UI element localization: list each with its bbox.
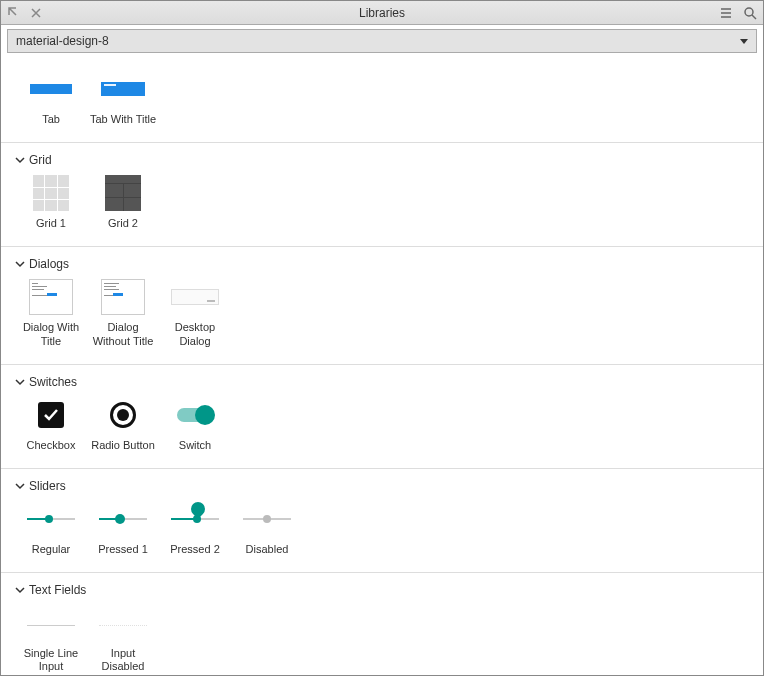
textfield-disabled-thumbnail: [99, 620, 147, 626]
library-item-checkbox[interactable]: Checkbox: [15, 397, 87, 452]
dropdown-caret-icon: [740, 34, 748, 48]
section-toggle-dialogs[interactable]: Dialogs: [11, 253, 753, 279]
library-item-dialog-with-title[interactable]: ▬▬▬▬▬▬▬▬▬▬▬▬▬▬▬▬ Dialog With Title: [15, 279, 87, 347]
section-title: Sliders: [29, 479, 66, 493]
panel-titlebar: Libraries: [1, 1, 763, 25]
library-item-dialog-without-title[interactable]: ▬▬▬▬▬▬▬▬▬▬▬▬▬▬▬▬▬ Dialog Without Title: [87, 279, 159, 347]
library-item-tab[interactable]: Tab: [15, 71, 87, 126]
library-item-grid1[interactable]: Grid 1: [15, 175, 87, 230]
grid2-thumbnail: [105, 175, 141, 211]
dialog-title-thumbnail: ▬▬▬▬▬▬▬▬▬▬▬▬▬▬▬▬: [29, 279, 73, 315]
item-label: Checkbox: [27, 439, 76, 452]
section-toggle-text-fields[interactable]: Text Fields: [11, 579, 753, 605]
library-selector[interactable]: material-design-8: [7, 29, 757, 53]
menu-icon[interactable]: [719, 6, 733, 20]
search-icon[interactable]: [743, 6, 757, 20]
chevron-down-icon: [15, 585, 25, 595]
section-toggle-grid[interactable]: Grid: [11, 149, 753, 175]
section-title: Text Fields: [29, 583, 86, 597]
section-tabs-continued: Tab Tab With Title: [1, 57, 763, 143]
radio-thumbnail: [110, 402, 136, 428]
item-label: Input Disabled: [88, 647, 158, 673]
section-title: Dialogs: [29, 257, 69, 271]
section-switches: Switches Checkbox Radio Button Switch: [1, 365, 763, 469]
section-title: Grid: [29, 153, 52, 167]
item-label: Desktop Dialog: [160, 321, 230, 347]
section-title: Switches: [29, 375, 77, 389]
section-text-fields: Text Fields Single Line Input Input Disa…: [1, 573, 763, 676]
item-label: Regular: [32, 543, 71, 556]
slider-disabled-thumbnail: [243, 518, 291, 520]
chevron-down-icon: [15, 377, 25, 387]
library-item-tab-with-title[interactable]: Tab With Title: [87, 71, 159, 126]
item-label: Tab With Title: [90, 113, 156, 126]
section-toggle-sliders[interactable]: Sliders: [11, 475, 753, 501]
chevron-down-icon: [15, 481, 25, 491]
svg-point-0: [745, 8, 753, 16]
item-label: Switch: [179, 439, 211, 452]
library-content-scroll[interactable]: Tab Tab With Title Grid Grid 1: [1, 57, 763, 676]
dialog-notitle-thumbnail: ▬▬▬▬▬▬▬▬▬▬▬▬▬▬▬▬▬: [101, 279, 145, 315]
chevron-down-icon: [15, 259, 25, 269]
slider-pressed1-thumbnail: [99, 518, 147, 520]
library-item-desktop-dialog[interactable]: Desktop Dialog: [159, 279, 231, 347]
item-label: Pressed 2: [170, 543, 220, 556]
item-label: Grid 1: [36, 217, 66, 230]
library-item-slider-pressed2[interactable]: Pressed 2: [159, 501, 231, 556]
item-label: Dialog With Title: [16, 321, 86, 347]
library-item-grid2[interactable]: Grid 2: [87, 175, 159, 230]
tab-thumbnail: [30, 84, 72, 94]
section-toggle-switches[interactable]: Switches: [11, 371, 753, 397]
item-label: Single Line Input: [16, 647, 86, 673]
close-icon[interactable]: [29, 6, 43, 20]
desktop-dialog-thumbnail: [171, 289, 219, 305]
library-item-slider-pressed1[interactable]: Pressed 1: [87, 501, 159, 556]
item-label: Tab: [42, 113, 60, 126]
undock-icon[interactable]: [7, 6, 21, 20]
grid1-thumbnail: [33, 175, 69, 211]
tab-title-thumbnail: [101, 82, 145, 96]
item-label: Pressed 1: [98, 543, 148, 556]
library-item-slider-regular[interactable]: Regular: [15, 501, 87, 556]
item-label: Grid 2: [108, 217, 138, 230]
library-item-switch[interactable]: Switch: [159, 397, 231, 452]
switch-thumbnail: [177, 408, 213, 422]
slider-pressed2-thumbnail: [171, 518, 219, 520]
item-label: Dialog Without Title: [88, 321, 158, 347]
library-item-slider-disabled[interactable]: Disabled: [231, 501, 303, 556]
checkbox-thumbnail: [38, 402, 64, 428]
library-item-single-line-input[interactable]: Single Line Input: [15, 605, 87, 673]
chevron-down-icon: [15, 155, 25, 165]
library-item-radio[interactable]: Radio Button: [87, 397, 159, 452]
item-label: Radio Button: [91, 439, 155, 452]
panel-title: Libraries: [1, 6, 763, 20]
section-dialogs: Dialogs ▬▬▬▬▬▬▬▬▬▬▬▬▬▬▬▬ Dialog With Tit…: [1, 247, 763, 364]
library-item-input-disabled[interactable]: Input Disabled: [87, 605, 159, 673]
textfield-thumbnail: [27, 620, 75, 626]
slider-regular-thumbnail: [27, 518, 75, 520]
section-sliders: Sliders Regular Pressed 1 Pressed 2 Dis: [1, 469, 763, 573]
section-grid: Grid Grid 1 Grid 2: [1, 143, 763, 247]
library-selector-value: material-design-8: [16, 34, 109, 48]
item-label: Disabled: [246, 543, 289, 556]
